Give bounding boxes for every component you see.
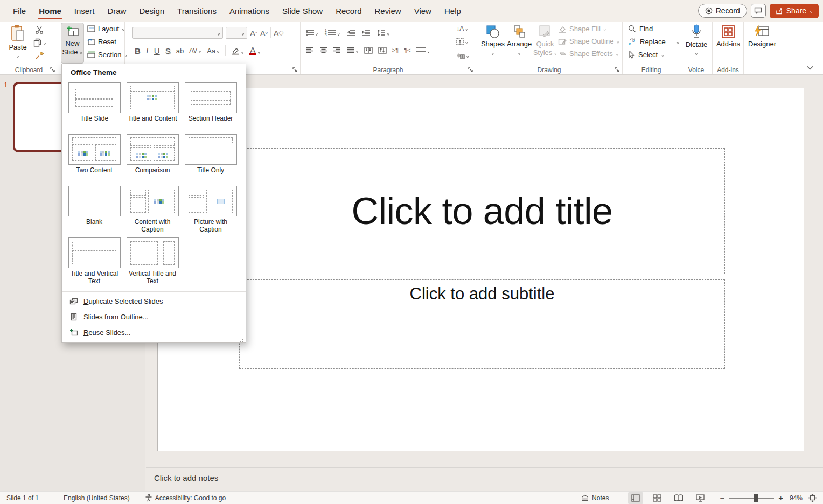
share-button[interactable]: Share (770, 4, 819, 18)
line-spacing-button[interactable] (377, 28, 390, 38)
zoom-percentage[interactable]: 94% (784, 494, 805, 502)
clear-formatting-button[interactable]: A▢ (274, 29, 284, 38)
normal-view-button[interactable] (628, 492, 643, 504)
copy-button[interactable] (33, 38, 46, 47)
layout-option-blank[interactable]: Blank (65, 186, 123, 233)
tab-help[interactable]: Help (438, 0, 468, 22)
increase-font-size-button[interactable]: A^ (250, 29, 257, 38)
tab-draw[interactable]: Draw (101, 0, 132, 22)
list-options-button[interactable] (416, 45, 430, 55)
strikethrough-button[interactable]: ab (176, 47, 184, 55)
justify-button[interactable] (346, 45, 359, 55)
tab-review[interactable]: Review (368, 0, 408, 22)
tab-insert[interactable]: Insert (68, 0, 101, 22)
designer-button[interactable]: Designer (744, 24, 780, 48)
dictate-button[interactable]: Dictate (680, 24, 713, 57)
notes-toggle-button[interactable]: Notes (576, 494, 613, 502)
tab-slide-show[interactable]: Slide Show (276, 0, 329, 22)
zoom-slider-thumb[interactable] (754, 494, 758, 502)
tab-record[interactable]: Record (329, 0, 368, 22)
layout-option-picture-with-caption[interactable]: Picture with Caption (182, 186, 240, 233)
arrange-button[interactable]: Arrange (506, 24, 532, 57)
layout-option-title-and-vertical-text[interactable]: Title and Vertical Text (65, 237, 123, 285)
reset-button[interactable]: Reset (87, 38, 127, 46)
align-center-button[interactable] (319, 47, 327, 53)
decrease-indent-button[interactable] (347, 30, 355, 36)
layout-option-section-header[interactable]: Section Header (182, 82, 240, 122)
collapse-ribbon-button[interactable] (807, 66, 813, 70)
character-spacing-button[interactable]: AV (189, 47, 201, 54)
fit-slide-to-window-button[interactable] (805, 492, 820, 504)
change-case-button[interactable]: Aa (207, 47, 220, 55)
shape-fill-button[interactable]: Shape Fill (558, 25, 619, 33)
tab-animations[interactable]: Animations (223, 0, 276, 22)
layout-option-content-with-caption[interactable]: Content with Caption (123, 186, 182, 233)
underline-button[interactable]: U (154, 46, 160, 55)
layout-option-comparison[interactable]: Comparison (123, 134, 182, 174)
subtitle-placeholder[interactable]: Click to add subtitle (239, 279, 725, 369)
shapes-button[interactable]: Shapes (481, 24, 505, 57)
section-button[interactable]: Section (87, 51, 127, 59)
quick-styles-button[interactable]: Quick Styles (533, 24, 557, 57)
numbering-button[interactable]: 123 (325, 28, 340, 38)
zoom-out-button[interactable]: − (719, 493, 726, 502)
layout-option-title-slide[interactable]: Title Slide (65, 82, 123, 122)
bold-button[interactable]: B (135, 46, 141, 55)
ltr-paragraph-button[interactable]: >¶ (392, 47, 399, 53)
layout-button[interactable]: Layout (87, 25, 127, 33)
addins-button[interactable]: Add-ins (713, 24, 744, 48)
slide-number-status[interactable]: Slide 1 of 1 (0, 494, 43, 502)
align-right-button[interactable] (333, 47, 341, 53)
reuse-slides-item[interactable]: Reuse Slides... (62, 325, 246, 340)
title-placeholder[interactable]: Click to add title (239, 148, 725, 274)
shape-outline-button[interactable]: Shape Outline (558, 37, 619, 45)
font-name-select[interactable] (132, 27, 223, 39)
columns-button[interactable] (364, 47, 373, 54)
format-painter-button[interactable] (33, 51, 46, 60)
slideshow-view-button[interactable] (693, 492, 708, 504)
zoom-slider[interactable] (729, 498, 774, 499)
replace-button[interactable]: bc Replace (628, 38, 680, 46)
tab-transitions[interactable]: Transitions (171, 0, 223, 22)
increase-indent-button[interactable] (362, 30, 371, 36)
bullets-button[interactable] (306, 28, 318, 38)
clipboard-dialog-launcher-icon[interactable] (50, 67, 55, 73)
layout-option-vertical-title-and-text[interactable]: Vertical Title and Text (123, 237, 182, 285)
font-size-select[interactable] (226, 27, 247, 39)
tab-home[interactable]: Home (32, 0, 68, 22)
dropdown-resize-grip[interactable] (242, 339, 243, 340)
duplicate-selected-slides-item[interactable]: Duplicate Selected Slides (62, 293, 246, 309)
drawing-dialog-launcher-icon[interactable] (615, 67, 620, 73)
tab-view[interactable]: View (408, 0, 438, 22)
text-shadow-button[interactable]: S (165, 46, 171, 55)
font-color-button[interactable]: A (249, 46, 261, 55)
reading-view-button[interactable] (671, 492, 686, 504)
cut-button[interactable] (33, 26, 46, 34)
comments-button[interactable] (751, 4, 766, 18)
record-button[interactable]: Record (698, 4, 747, 18)
rtl-paragraph-button[interactable]: ¶< (404, 47, 410, 53)
notes-pane[interactable]: Click to add notes (146, 467, 823, 491)
layout-option-two-content[interactable]: Two Content (65, 134, 123, 174)
tab-file[interactable]: File (6, 0, 32, 22)
paragraph-dialog-launcher-icon[interactable] (468, 67, 473, 73)
zoom-in-button[interactable]: + (777, 493, 784, 502)
new-slide-button[interactable]: New Slide (61, 23, 84, 64)
language-status[interactable]: English (United States) (59, 494, 134, 502)
find-button[interactable]: Find (628, 25, 680, 33)
shape-effects-button[interactable]: Shape Effects (558, 50, 619, 58)
layout-option-title-only[interactable]: Title Only (182, 134, 240, 174)
paste-button[interactable]: Paste (5, 24, 30, 65)
select-button[interactable]: Select (628, 51, 680, 59)
italic-button[interactable]: I (146, 46, 149, 55)
text-highlight-button[interactable] (231, 46, 244, 55)
text-direction-button[interactable]: ↓A (456, 25, 468, 32)
align-left-button[interactable] (306, 47, 314, 53)
layout-option-title-and-content[interactable]: Title and Content (123, 82, 182, 122)
slide-editing-surface[interactable]: Click to add title Click to add subtitle (157, 88, 804, 451)
decrease-font-size-button[interactable]: Av (260, 29, 268, 38)
columns-alt-button[interactable] (378, 47, 387, 54)
convert-to-smartart-button[interactable] (456, 51, 469, 60)
slides-from-outline-item[interactable]: Slides from Outline... (62, 309, 246, 325)
tab-design[interactable]: Design (132, 0, 171, 22)
